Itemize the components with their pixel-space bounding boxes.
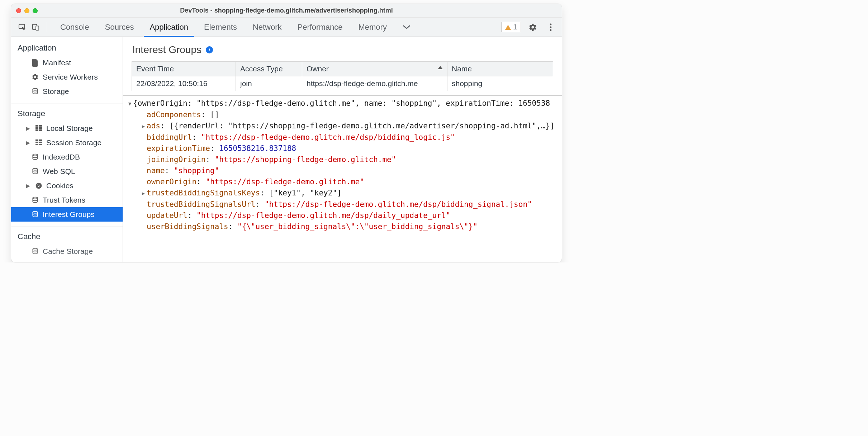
section-title-storage: Storage xyxy=(11,108,123,121)
settings-gear-icon[interactable] xyxy=(527,21,539,33)
json-root[interactable]: ▼{ownerOrigin: "https://dsp-fledge-demo.… xyxy=(123,98,562,109)
json-prop-updateUrl[interactable]: updateUrl: "https://dsp-fledge-demo.glit… xyxy=(123,210,562,221)
svg-point-26 xyxy=(33,197,37,199)
sidebar-item-web-sql[interactable]: Web SQL xyxy=(11,164,123,179)
svg-rect-17 xyxy=(35,144,38,145)
panel-content: Interest Groups i Event Time Access Type… xyxy=(123,37,562,262)
json-prop-trustedBiddingSignalsKeys[interactable]: ▶trustedBiddingSignalsKeys: ["key1", "ke… xyxy=(123,188,562,199)
tab-memory[interactable]: Memory xyxy=(350,18,394,37)
database-icon xyxy=(31,210,39,218)
expand-arrow-icon[interactable]: ▶ xyxy=(26,125,31,131)
sidebar-item-label: Session Storage xyxy=(46,138,101,147)
kebab-menu-icon[interactable] xyxy=(545,21,557,33)
collapse-arrow-icon[interactable]: ▼ xyxy=(127,98,133,109)
sidebar-item-label: Local Storage xyxy=(46,124,93,133)
interest-groups-table: Event Time Access Type Owner Name 22/03/… xyxy=(132,61,553,91)
expand-arrow-icon[interactable]: ▶ xyxy=(140,188,147,199)
cell-name: shopping xyxy=(447,76,553,91)
titlebar: DevTools - shopping-fledge-demo.glitch.m… xyxy=(11,4,562,18)
sidebar-item-storage[interactable]: Storage xyxy=(11,84,123,99)
sidebar-item-trust-tokens[interactable]: Trust Tokens xyxy=(11,193,123,207)
inspect-element-icon[interactable] xyxy=(16,21,28,33)
minimize-window-button[interactable] xyxy=(24,8,29,13)
cell-event-time: 22/03/2022, 10:50:16 xyxy=(132,76,236,91)
sidebar-item-service-workers[interactable]: Service Workers xyxy=(11,70,123,84)
th-name[interactable]: Name xyxy=(447,62,553,76)
svg-point-5 xyxy=(550,29,552,31)
sidebar-item-label: Service Workers xyxy=(43,73,98,81)
th-event-time[interactable]: Event Time xyxy=(132,62,236,76)
tab-elements[interactable]: Elements xyxy=(196,18,245,37)
expand-arrow-icon[interactable]: ▶ xyxy=(140,121,147,132)
toolbar-separator xyxy=(47,22,47,32)
sidebar-item-manifest[interactable]: Manifest xyxy=(11,56,123,70)
cell-access-type: join xyxy=(236,76,302,91)
json-prop-trustedBiddingSignalsUrl[interactable]: trustedBiddingSignalsUrl: "https://dsp-f… xyxy=(123,199,562,210)
svg-rect-7 xyxy=(35,125,38,127)
svg-rect-15 xyxy=(35,142,38,143)
database-icon xyxy=(31,87,39,95)
grid-icon xyxy=(35,139,43,147)
svg-point-27 xyxy=(33,212,37,213)
svg-rect-2 xyxy=(36,26,39,30)
svg-point-4 xyxy=(550,26,552,28)
json-prop-ownerOrigin[interactable]: ownerOrigin: "https://dsp-fledge-demo.gl… xyxy=(123,176,562,188)
sidebar-item-label: IndexedDB xyxy=(43,153,80,161)
json-prop-adComponents[interactable]: adComponents: [] xyxy=(123,109,562,120)
info-icon[interactable]: i xyxy=(206,46,213,53)
sidebar-item-cache-storage[interactable]: Cache Storage xyxy=(11,244,123,259)
th-owner[interactable]: Owner xyxy=(302,62,447,76)
svg-rect-9 xyxy=(35,127,38,129)
database-icon xyxy=(31,196,39,204)
devtools-toolbar: Console Sources Application Elements Net… xyxy=(11,18,562,37)
svg-rect-13 xyxy=(35,139,38,141)
tab-performance[interactable]: Performance xyxy=(289,18,350,37)
devtools-window: DevTools - shopping-fledge-demo.glitch.m… xyxy=(11,4,562,262)
svg-point-21 xyxy=(36,183,42,189)
cookie-icon xyxy=(35,182,43,190)
window-title: DevTools - shopping-fledge-demo.glitch.m… xyxy=(11,7,562,14)
warnings-badge[interactable]: 1 xyxy=(501,22,521,32)
tabs-overflow-icon[interactable] xyxy=(395,18,418,37)
json-prop-ads[interactable]: ▶ads: [{renderUrl: "https://shopping-fle… xyxy=(123,120,562,132)
gear-icon xyxy=(31,73,39,81)
database-icon xyxy=(31,153,39,161)
tab-console[interactable]: Console xyxy=(52,18,97,37)
json-prop-userBiddingSignals[interactable]: userBiddingSignals: "{\"user_bidding_sig… xyxy=(123,221,562,232)
database-icon xyxy=(31,167,39,175)
sidebar-item-label: Manifest xyxy=(43,58,71,67)
application-sidebar: Application Manifest Service Workers xyxy=(11,37,123,262)
device-toggle-icon[interactable] xyxy=(30,21,42,33)
warnings-count: 1 xyxy=(513,23,517,31)
table-row[interactable]: 22/03/2022, 10:50:16 join https://dsp-fl… xyxy=(132,76,553,91)
sidebar-item-cookies[interactable]: ▶ Cookies xyxy=(11,179,123,193)
svg-point-24 xyxy=(38,186,39,187)
sidebar-item-label: Trust Tokens xyxy=(43,196,85,204)
devtools-tabs: Console Sources Application Elements Net… xyxy=(52,18,418,37)
json-prop-biddingUrl[interactable]: biddingUrl: "https://dsp-fledge-demo.gli… xyxy=(123,132,562,143)
sidebar-item-label: Cache Storage xyxy=(43,247,93,256)
svg-point-25 xyxy=(39,186,40,187)
tab-application[interactable]: Application xyxy=(142,18,196,37)
sidebar-item-indexeddb[interactable]: IndexedDB xyxy=(11,150,123,164)
json-prop-expirationTime[interactable]: expirationTime: 1650538216.837188 xyxy=(123,143,562,154)
th-access-type[interactable]: Access Type xyxy=(236,62,302,76)
section-title-cache: Cache xyxy=(11,231,123,244)
svg-rect-11 xyxy=(35,129,38,131)
tab-sources[interactable]: Sources xyxy=(97,18,142,37)
window-traffic-lights xyxy=(16,8,38,13)
tab-network[interactable]: Network xyxy=(245,18,290,37)
json-prop-joiningOrigin[interactable]: joiningOrigin: "https://shopping-fledge-… xyxy=(123,154,562,165)
svg-point-19 xyxy=(33,154,37,156)
sidebar-item-local-storage[interactable]: ▶ Local Storage xyxy=(11,121,123,136)
expand-arrow-icon[interactable]: ▶ xyxy=(26,140,31,146)
sidebar-item-session-storage[interactable]: ▶ Session Storage xyxy=(11,136,123,150)
json-prop-name[interactable]: name: "shopping" xyxy=(123,165,562,176)
expand-arrow-icon[interactable]: ▶ xyxy=(26,183,31,189)
svg-point-28 xyxy=(33,248,37,250)
panel-title: Interest Groups xyxy=(132,44,201,56)
zoom-window-button[interactable] xyxy=(33,8,38,13)
section-title-application: Application xyxy=(11,42,123,56)
close-window-button[interactable] xyxy=(16,8,21,13)
sidebar-item-interest-groups[interactable]: Interest Groups xyxy=(11,207,123,222)
